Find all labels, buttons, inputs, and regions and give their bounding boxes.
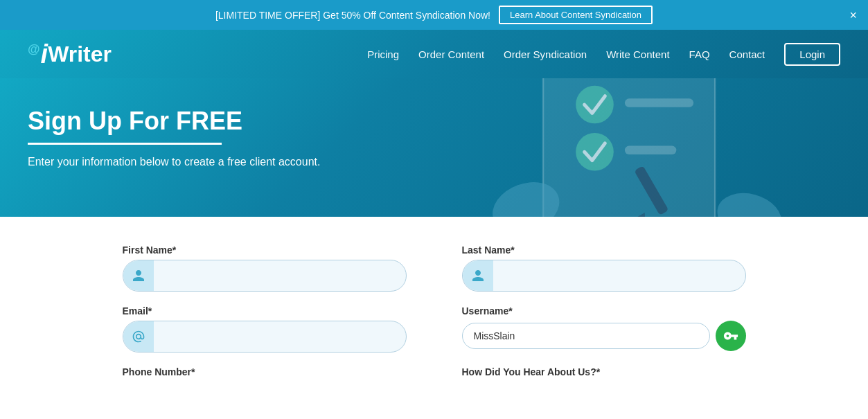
hear-group: How Did You Hear About Us?* xyxy=(462,366,746,382)
last-name-icon xyxy=(463,260,493,291)
username-wrapper xyxy=(462,321,746,351)
form-grid: First Name* Last Name* xyxy=(123,244,746,395)
nav-order-syndication[interactable]: Order Syndication xyxy=(504,48,587,60)
last-name-group: Last Name* xyxy=(462,244,746,292)
key-icon xyxy=(723,328,738,344)
first-name-input-wrapper xyxy=(123,260,407,292)
logo[interactable]: @ i Writer xyxy=(28,39,112,69)
logo-writer: Writer xyxy=(48,42,112,67)
hero-subtitle: Enter your information below to create a… xyxy=(28,156,443,168)
email-icon xyxy=(123,321,154,352)
top-banner: [LIMITED TIME OFFER] Get 50% Off Content… xyxy=(0,0,868,30)
logo-i: i xyxy=(41,39,48,69)
username-input-wrapper xyxy=(462,323,710,349)
first-name-icon xyxy=(123,260,154,291)
svg-point-3 xyxy=(576,133,614,171)
svg-rect-4 xyxy=(625,98,693,107)
first-name-input[interactable] xyxy=(154,263,406,288)
svg-rect-5 xyxy=(625,146,676,154)
email-group: Email* xyxy=(123,305,407,353)
last-name-input[interactable] xyxy=(493,263,745,288)
last-name-label: Last Name* xyxy=(462,244,746,256)
banner-close-button[interactable]: × xyxy=(849,9,857,21)
nav-contact[interactable]: Contact xyxy=(729,48,765,60)
hero-title-underline xyxy=(28,143,222,145)
hear-label: How Did You Hear About Us?* xyxy=(462,366,746,377)
username-label: Username* xyxy=(462,305,746,317)
email-input-wrapper xyxy=(123,321,407,353)
banner-cta-button[interactable]: Learn About Content Syndication xyxy=(499,6,653,24)
signup-form-section: First Name* Last Name* xyxy=(0,217,868,416)
first-name-label: First Name* xyxy=(123,244,407,256)
hero-illustration xyxy=(391,78,868,217)
email-label: Email* xyxy=(123,305,407,317)
svg-point-2 xyxy=(576,86,614,124)
generate-username-button[interactable] xyxy=(716,321,746,351)
at-sign-icon xyxy=(132,330,145,344)
username-input[interactable] xyxy=(463,323,709,348)
nav-faq[interactable]: FAQ xyxy=(689,48,710,60)
username-group: Username* xyxy=(462,305,746,353)
first-name-group: First Name* xyxy=(123,244,407,292)
svg-point-9 xyxy=(712,186,787,217)
header: @ i Writer Pricing Order Content Order S… xyxy=(0,30,868,78)
nav-login-button[interactable]: Login xyxy=(784,43,840,66)
main-nav: Pricing Order Content Order Syndication … xyxy=(367,43,840,66)
logo-at-symbol: @ xyxy=(28,42,40,57)
phone-label: Phone Number* xyxy=(123,366,407,377)
email-input[interactable] xyxy=(154,324,406,349)
hero-content: Sign Up For FREE Enter your information … xyxy=(28,106,443,168)
nav-write-content[interactable]: Write Content xyxy=(606,48,669,60)
hero-title: Sign Up For FREE xyxy=(28,106,443,136)
nav-order-content[interactable]: Order Content xyxy=(418,48,484,60)
phone-group: Phone Number* xyxy=(123,366,407,382)
hero-section: Sign Up For FREE Enter your information … xyxy=(0,78,868,217)
nav-pricing[interactable]: Pricing xyxy=(367,48,399,60)
banner-text: [LIMITED TIME OFFER] Get 50% Off Content… xyxy=(215,10,490,21)
user-icon xyxy=(132,269,145,283)
last-name-input-wrapper xyxy=(462,260,746,292)
user-icon-2 xyxy=(471,269,485,283)
